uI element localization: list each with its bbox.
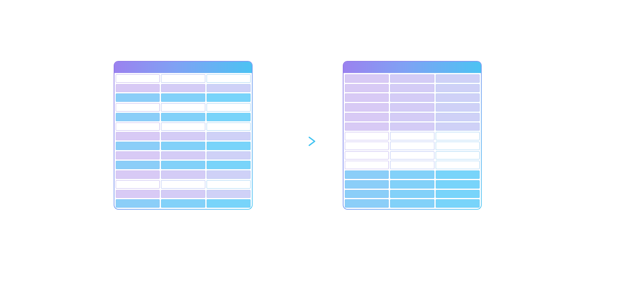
table-cell [390,123,434,131]
table-cell [207,142,251,150]
table-row [345,161,480,169]
table-row [116,103,251,112]
table-row [116,74,251,83]
table-cell [116,142,160,150]
table-cell [207,199,251,208]
table-cell [436,170,480,179]
table-cell [436,151,480,160]
table-cell [345,84,389,92]
table-cell [390,84,434,92]
table-row [345,199,480,208]
table-cell [436,93,480,102]
table-cell [436,123,480,131]
table-cell [116,113,160,121]
table-row [116,132,251,140]
table-cell [161,190,205,198]
table-cell [116,74,160,83]
table-cell [116,190,160,198]
table-cell [207,103,251,112]
table-cell [207,161,251,169]
sorted-table-inner [343,62,481,209]
table-cell [390,132,434,140]
table-cell [116,180,160,189]
table-row [345,132,480,140]
table-row [116,113,251,121]
table-cell [345,199,389,208]
table-cell [436,199,480,208]
table-row [116,190,251,198]
table-cell [161,132,205,140]
sorted-table-header [343,62,481,73]
table-cell [116,93,160,102]
table-cell [161,93,205,102]
table-cell [345,180,389,189]
table-row [345,103,480,112]
table-row [345,93,480,102]
unsorted-table-rows [114,73,252,209]
table-row [345,113,480,121]
sorted-table-rows [343,73,481,209]
arrow-right-icon [278,135,319,149]
table-cell [207,113,251,121]
table-row [345,190,480,198]
table-cell [161,113,205,121]
table-cell [390,151,434,160]
table-cell [161,170,205,179]
table-cell [345,190,389,198]
table-cell [390,170,434,179]
unsorted-table-header [114,62,252,73]
table-cell [207,170,251,179]
table-cell [345,103,389,112]
table-cell [390,199,434,208]
table-cell [390,180,434,189]
table-cell [161,103,205,112]
table-cell [207,93,251,102]
unsorted-table [114,61,253,210]
table-row [345,142,480,150]
table-cell [116,151,160,160]
table-row [116,161,251,169]
table-cell [390,142,434,150]
table-row [345,180,480,189]
table-cell [436,84,480,92]
table-cell [345,113,389,121]
table-cell [207,123,251,131]
table-cell [116,123,160,131]
table-cell [345,132,389,140]
table-cell [161,199,205,208]
table-row [345,123,480,131]
table-cell [436,132,480,140]
table-cell [436,180,480,189]
table-cell [161,142,205,150]
table-cell [116,199,160,208]
table-cell [161,161,205,169]
table-cell [390,93,434,102]
table-cell [207,74,251,83]
table-cell [207,180,251,189]
table-cell [436,161,480,169]
table-cell [390,190,434,198]
table-cell [116,170,160,179]
unsorted-table-inner [114,62,252,209]
table-cell [161,84,205,92]
table-cell [436,190,480,198]
table-row [345,84,480,92]
table-cell [161,123,205,131]
table-row [116,142,251,150]
table-cell [161,151,205,160]
table-cell [345,161,389,169]
table-row [116,151,251,160]
table-cell [390,103,434,112]
table-row [345,74,480,83]
table-cell [207,84,251,92]
table-cell [436,142,480,150]
table-row [116,84,251,92]
sorted-table [343,61,482,210]
table-cell [345,93,389,102]
table-cell [116,161,160,169]
table-cell [390,113,434,121]
table-cell [436,103,480,112]
table-row [116,180,251,189]
table-cell [345,142,389,150]
table-cell [436,113,480,121]
